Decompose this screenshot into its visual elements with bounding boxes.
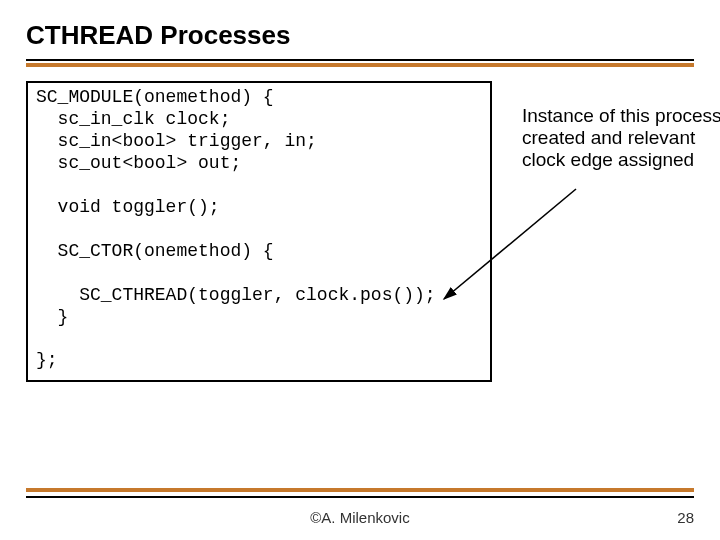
- footer-rule-accent: [26, 488, 694, 492]
- footer-author: ©A. Milenkovic: [0, 509, 720, 526]
- code-line: SC_MODULE(onemethod) {: [36, 87, 274, 107]
- slide: CTHREAD Processes SC_MODULE(onemethod) {…: [0, 0, 720, 540]
- footer-page-number: 28: [677, 509, 694, 526]
- annotation-text: Instance of this process created and rel…: [522, 105, 720, 171]
- code-line: sc_in<bool> trigger, in;: [36, 131, 317, 151]
- code-line: }: [36, 307, 68, 327]
- code-line: SC_CTOR(onemethod) {: [36, 241, 274, 261]
- code-box: SC_MODULE(onemethod) { sc_in_clk clock; …: [26, 81, 492, 382]
- code-line: sc_out<bool> out;: [36, 153, 241, 173]
- title-rule-accent: [26, 63, 694, 67]
- footer-rule: [26, 496, 694, 498]
- code-line: SC_CTHREAD(toggler, clock.pos());: [36, 285, 436, 305]
- content-area: SC_MODULE(onemethod) { sc_in_clk clock; …: [26, 81, 694, 382]
- code-line: sc_in_clk clock;: [36, 109, 230, 129]
- code-line: void toggler();: [36, 197, 220, 217]
- code-line: };: [36, 350, 58, 370]
- slide-title: CTHREAD Processes: [26, 20, 694, 53]
- title-rule: [26, 59, 694, 61]
